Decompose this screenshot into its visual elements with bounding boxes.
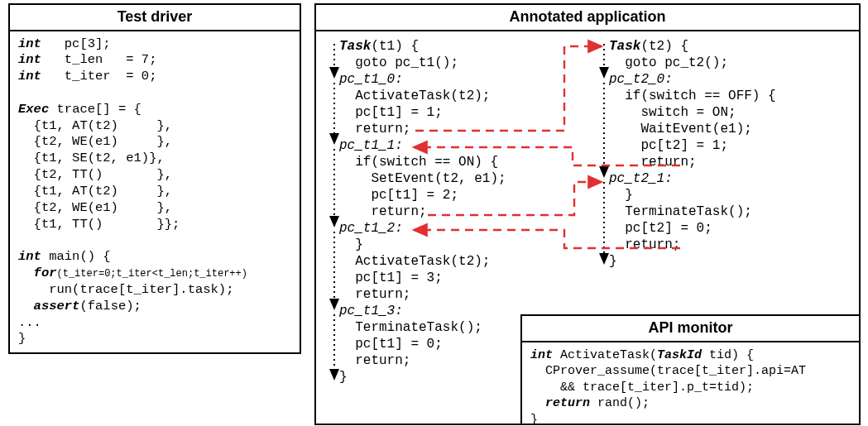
t1-line: SetEvent(t2, e1);: [339, 171, 506, 186]
test-driver-box: Test driver int pc[3]; int t_len = 7; in…: [8, 3, 301, 354]
api-param-type: TaskId: [657, 348, 702, 362]
t1-head: (t1) {: [371, 39, 419, 54]
t1-line: if(switch == ON) {: [339, 155, 498, 170]
api-param-name: tid) {: [702, 348, 754, 362]
label-pc-t1-2: pc_t1_2:: [339, 221, 403, 236]
t2-line: }: [609, 254, 617, 269]
run-line: run(trace[t_iter].task);: [18, 282, 233, 297]
api-return-tail: rand();: [590, 396, 650, 410]
api-ret-type: int: [530, 348, 553, 362]
trace-row: {t2, TT() },: [18, 167, 172, 182]
api-close: }: [530, 413, 538, 427]
t2-line: pc[t2] = 0;: [609, 221, 712, 236]
t1-line: pc[t1] = 0;: [339, 337, 443, 352]
t1-goto: goto pc_t1();: [339, 55, 458, 70]
trace-row: {t1, TT() }};: [18, 217, 180, 232]
trace-decl: trace[] = {: [57, 102, 141, 117]
trace-row: {t2, WE(e1) },: [18, 134, 172, 149]
t1-line: }: [339, 370, 348, 385]
annotated-title: Annotated application: [316, 5, 859, 31]
label-pc-t1-1: pc_t1_1:: [339, 138, 403, 153]
label-pc-t2-0: pc_t2_0:: [609, 72, 673, 87]
trace-row: {t1, AT(t2) },: [18, 184, 172, 199]
api-monitor-title: API monitor: [522, 316, 859, 342]
api-monitor-box: API monitor int ActivateTask(TaskId tid)…: [520, 314, 861, 425]
t1-line: TerminateTask();: [339, 320, 482, 335]
t1-line: return;: [339, 353, 410, 368]
assert-line: (false);: [79, 299, 141, 314]
main-sig: main() {: [49, 249, 110, 264]
api-fn-name: ActivateTask(: [553, 348, 657, 362]
t1-line: ActivateTask(t2);: [339, 254, 490, 269]
decl-pc: pc[3];: [65, 36, 111, 51]
api-line: CProver_assume(trace[t_iter].api=AT: [530, 364, 806, 378]
t2-line: switch = ON;: [609, 105, 736, 120]
t1-line: pc[t1] = 2;: [339, 188, 458, 203]
t1-line: return;: [339, 287, 410, 302]
t2-line: if(switch == OFF) {: [609, 89, 776, 103]
t1-line: pc[t1] = 1;: [339, 105, 443, 120]
decl-tlen: t_len = 7;: [65, 52, 157, 67]
t1-line: pc[t1] = 3;: [339, 270, 443, 285]
api-return-kw: return: [545, 396, 590, 410]
t2-line: return;: [609, 155, 697, 170]
for-head: (t_iter=0;t_iter<t_len;t_iter++): [57, 268, 247, 280]
t2-line: return;: [609, 237, 680, 252]
api-line: && trace[t_iter].p_t=tid);: [530, 381, 754, 395]
decl-titer: t_iter = 0;: [65, 69, 157, 84]
trace-row: {t1, AT(t2) },: [18, 118, 172, 133]
task-t1-column: Task(t1) { goto pc_t1(); pc_t1_0: Activa…: [339, 38, 506, 385]
t2-line: }: [609, 188, 633, 203]
trace-row: {t2, WE(e1) },: [18, 200, 172, 215]
t1-line: return;: [339, 122, 410, 136]
t1-line: }: [339, 237, 363, 252]
test-driver-body: int pc[3]; int t_len = 7; int t_iter = 0…: [10, 31, 300, 355]
t2-goto: goto pc_t2();: [609, 55, 728, 70]
trace-row: {t1, SE(t2, e1)},: [18, 151, 165, 165]
api-monitor-body: int ActivateTask(TaskId tid) { CProver_a…: [522, 342, 859, 427]
t2-line: TerminateTask();: [609, 204, 752, 219]
t2-head: (t2) {: [640, 39, 688, 54]
t1-line: return;: [339, 204, 427, 219]
test-driver-title: Test driver: [10, 5, 300, 31]
label-pc-t2-1: pc_t2_1:: [609, 171, 673, 186]
t2-line: WaitEvent(e1);: [609, 122, 752, 136]
label-pc-t1-0: pc_t1_0:: [339, 72, 403, 87]
ellipsis: ...: [18, 315, 41, 330]
t1-line: ActivateTask(t2);: [339, 89, 490, 103]
t2-line: pc[t2] = 1;: [609, 138, 728, 153]
label-pc-t1-3: pc_t1_3:: [339, 304, 403, 318]
task-t2-column: Task(t2) { goto pc_t2(); pc_t2_0: if(swi…: [609, 38, 776, 270]
